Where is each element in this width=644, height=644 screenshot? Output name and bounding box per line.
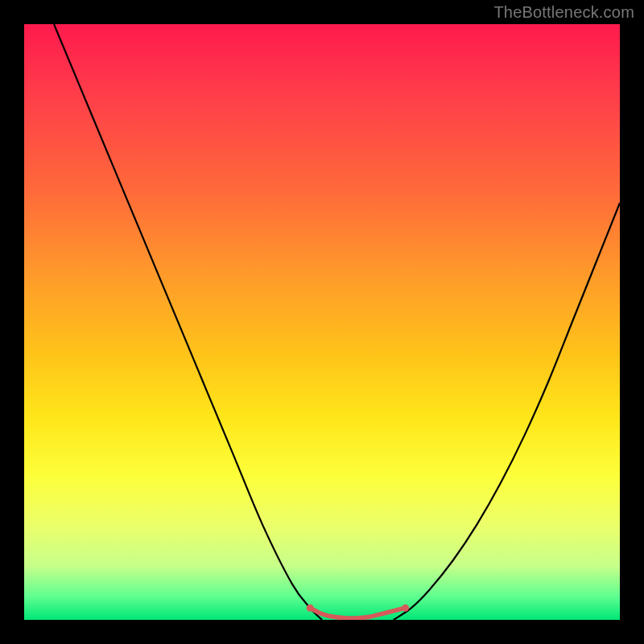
curve-layer bbox=[54, 24, 620, 620]
floor-segment-curve bbox=[310, 608, 405, 618]
floor-marker-0 bbox=[307, 605, 314, 612]
chart-frame: TheBottleneck.com bbox=[0, 0, 644, 644]
right-branch-curve bbox=[394, 203, 620, 620]
plot-area bbox=[24, 24, 620, 620]
chart-svg bbox=[24, 24, 620, 620]
watermark-text: TheBottleneck.com bbox=[493, 3, 634, 22]
left-branch-curve bbox=[54, 24, 322, 620]
floor-marker-1 bbox=[402, 605, 409, 612]
